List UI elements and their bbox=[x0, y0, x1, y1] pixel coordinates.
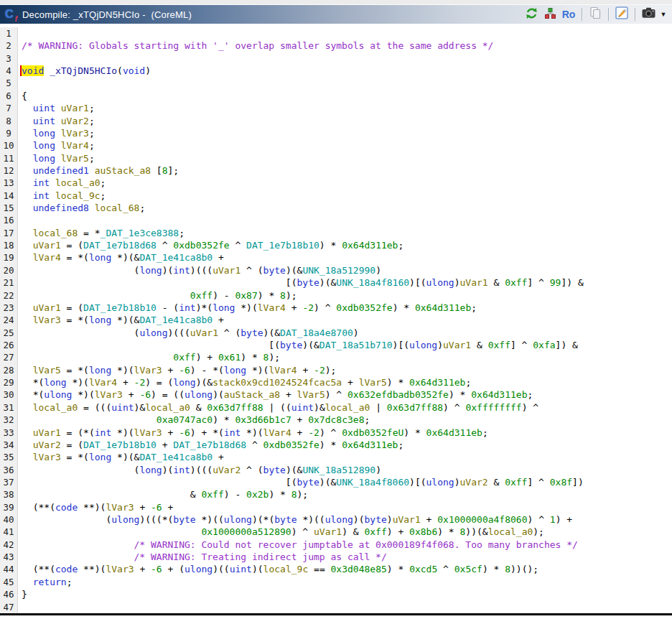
code-text[interactable]: undefined8 local_68; bbox=[18, 202, 145, 214]
code-text[interactable]: uVar2 = (DAT_1e7b18b10 + DAT_1e7b18d68 ^… bbox=[18, 439, 403, 451]
code-text[interactable]: lVar3 = *(long *)(&DAT_1e41ca8b0 + bbox=[18, 451, 224, 463]
code-line[interactable]: 42 /* WARNING: Could not recover jumptab… bbox=[0, 539, 672, 551]
edit-button[interactable] bbox=[613, 6, 630, 22]
code-line[interactable]: 9 long lVar3; bbox=[0, 127, 672, 139]
code-line[interactable]: 32 0xa0747ac0) * 0x3d66b1c7 + 0x7dc8c3e8… bbox=[0, 414, 672, 426]
code-text[interactable]: [(byte)(&UNK_18a4f8160)[(ulong)uVar1 & 0… bbox=[18, 276, 584, 289]
code-text[interactable]: uVar1 = (*(int *)(lVar3 + -6) + *(int *)… bbox=[18, 427, 488, 439]
code-text[interactable]: void _xTQjDN5HCIo(void) bbox=[18, 65, 151, 77]
code-text[interactable] bbox=[18, 27, 22, 39]
code-line[interactable]: 33 uVar1 = (*(int *)(lVar3 + -6) + *(int… bbox=[0, 427, 672, 439]
code-text[interactable]: undefined1 auStack_a8 [8]; bbox=[18, 164, 179, 177]
code-line[interactable]: 40 (ulong)(((*(byte *)((ulong)(*(byte *)… bbox=[0, 513, 672, 526]
code-text[interactable]: 0xa0747ac0) * 0x3d66b1c7 + 0x7dc8c3e8; bbox=[18, 414, 370, 426]
code-text[interactable]: } bbox=[18, 588, 27, 600]
code-text[interactable]: long lVar5; bbox=[18, 152, 95, 164]
code-line[interactable]: 47 bbox=[0, 601, 672, 613]
code-text[interactable] bbox=[18, 52, 22, 65]
code-line[interactable]: 20 (long)(int)(((uVar1 ^ (byte)(&UNK_18a… bbox=[0, 264, 672, 276]
code-line[interactable]: 37 [(byte)(&UNK_18a4f8060)[(ulong)uVar2 … bbox=[0, 476, 672, 488]
code-line[interactable]: 25 (ulong)(((uVar1 ^ (byte)(&DAT_18a4e87… bbox=[0, 327, 672, 339]
code-line[interactable]: 31 local_a0 = (((uint)&local_a0 & 0x63d7… bbox=[0, 401, 672, 414]
code-text[interactable]: uVar1 = (DAT_1e7b18b10 - (int)*(long *)(… bbox=[18, 302, 477, 314]
ro-button[interactable]: Ro bbox=[560, 6, 577, 22]
code-text[interactable]: & 0xff) - 0x2b) * 8); bbox=[18, 488, 308, 501]
code-line[interactable]: 36 (long)(int)(((uVar2 ^ (byte)(&UNK_18a… bbox=[0, 464, 672, 476]
toolbar-menu-button[interactable]: ▼ bbox=[658, 6, 668, 22]
code-line[interactable]: 41 0x1000000a512890) ^ uVar1) & 0xff) + … bbox=[0, 526, 672, 538]
code-text[interactable]: int local_a0; bbox=[18, 177, 106, 189]
code-line[interactable]: 12 undefined1 auStack_a8 [8]; bbox=[0, 164, 672, 177]
code-text[interactable]: (ulong)(((uVar1 ^ (byte)(&DAT_18a4e8700) bbox=[18, 327, 359, 339]
code-line[interactable]: 30 *(ulong *)(lVar3 + -6) = ((ulong)(auS… bbox=[0, 388, 672, 401]
code-line[interactable]: 18 uVar1 = (DAT_1e7b18d68 ^ 0xdb0352fe ^… bbox=[0, 239, 672, 251]
code-text[interactable]: /* WARNING: Globals starting with '_' ov… bbox=[18, 39, 493, 52]
code-line[interactable]: 35 lVar3 = *(long *)(&DAT_1e41ca8b0 + bbox=[0, 451, 672, 463]
code-line[interactable]: 43 /* WARNING: Treating indirect jump as… bbox=[0, 551, 672, 563]
snapshot-button[interactable] bbox=[640, 6, 657, 22]
code-text[interactable]: long lVar4; bbox=[18, 139, 95, 152]
code-line[interactable]: 13 int local_a0; bbox=[0, 177, 672, 189]
code-text[interactable]: long lVar3; bbox=[18, 127, 95, 139]
code-line[interactable]: 10 long lVar4; bbox=[0, 139, 672, 152]
code-line[interactable]: 17 local_68 = *_DAT_1e3ce8388; bbox=[0, 227, 672, 239]
refresh-button[interactable] bbox=[523, 6, 540, 22]
code-text[interactable] bbox=[18, 601, 22, 613]
code-line[interactable]: 29 *(long *)(lVar4 + -2) = (long)(&stack… bbox=[0, 376, 672, 388]
code-line[interactable]: 11 long lVar5; bbox=[0, 152, 672, 164]
code-line[interactable]: 26 [(byte)(&DAT_18a51b710)[(ulong)uVar1 … bbox=[0, 339, 672, 351]
code-text[interactable] bbox=[18, 77, 22, 89]
code-line[interactable]: 39 (**(code **)(lVar3 + -6 + bbox=[0, 501, 672, 513]
code-line[interactable]: 38 & 0xff) - 0x2b) * 8); bbox=[0, 488, 672, 501]
code-text[interactable]: *(ulong *)(lVar3 + -6) = ((ulong)(auStac… bbox=[18, 388, 533, 401]
code-line[interactable]: 4void _xTQjDN5HCIo(void) bbox=[0, 65, 672, 77]
code-line[interactable]: 6{ bbox=[0, 90, 672, 102]
code-line[interactable]: 14 int local_9c; bbox=[0, 190, 672, 202]
code-line[interactable]: 1 bbox=[0, 27, 672, 39]
code-line[interactable]: 45 return; bbox=[0, 576, 672, 588]
code-line[interactable]: 7 uint uVar1; bbox=[0, 102, 672, 114]
code-line[interactable]: 16 bbox=[0, 214, 672, 226]
code-line[interactable]: 46} bbox=[0, 588, 672, 600]
code-text[interactable]: /* WARNING: Could not recover jumptable … bbox=[18, 539, 578, 551]
copy-button[interactable] bbox=[587, 6, 604, 22]
code-line[interactable]: 44 (**(code **)(lVar3 + -6 + (ulong)((ui… bbox=[0, 563, 672, 575]
code-line[interactable]: 8 uint uVar2; bbox=[0, 115, 672, 127]
code-text[interactable]: lVar3 = *(long *)(&DAT_1e41ca8b0 + bbox=[18, 314, 224, 326]
code-text[interactable]: int local_9c; bbox=[18, 190, 106, 202]
titlebar[interactable]: Cf Decompile: _xTQjDN5HCIo - (CoreML) bbox=[0, 5, 672, 24]
code-text[interactable]: 0xff) + 0x61) * 8); bbox=[18, 351, 280, 363]
code-text[interactable]: [(byte)(&UNK_18a4f8060)[(ulong)uVar2 & 0… bbox=[18, 476, 584, 488]
code-line[interactable]: 24 lVar3 = *(long *)(&DAT_1e41ca8b0 + bbox=[0, 314, 672, 326]
code-line[interactable]: 2/* WARNING: Globals starting with '_' o… bbox=[0, 39, 672, 52]
code-text[interactable] bbox=[18, 214, 22, 226]
code-line[interactable]: 19 lVar4 = *(long *)(&DAT_1e41ca8b0 + bbox=[0, 251, 672, 264]
graph-button[interactable] bbox=[541, 6, 559, 22]
code-text[interactable]: return; bbox=[18, 576, 72, 588]
code-text[interactable]: (long)(int)(((uVar2 ^ (byte)(&UNK_18a512… bbox=[18, 464, 381, 476]
code-text[interactable]: (**(code **)(lVar3 + -6 + bbox=[18, 501, 173, 513]
code-line[interactable]: 23 uVar1 = (DAT_1e7b18b10 - (int)*(long … bbox=[0, 302, 672, 314]
code-line[interactable]: 22 0xff) - 0x87) * 8); bbox=[0, 289, 672, 302]
code-text[interactable]: (**(code **)(lVar3 + -6 + (ulong)((uint)… bbox=[18, 563, 538, 575]
code-line[interactable]: 27 0xff) + 0x61) * 8); bbox=[0, 351, 672, 363]
code-text[interactable]: uVar1 = (DAT_1e7b18d68 ^ 0xdb0352fe ^ DA… bbox=[18, 239, 403, 251]
decompiler-code-area[interactable]: 12/* WARNING: Globals starting with '_' … bbox=[0, 24, 672, 613]
code-line[interactable]: 3 bbox=[0, 52, 672, 65]
code-text[interactable]: (ulong)(((*(byte *)((ulong)(*(byte *)((u… bbox=[18, 513, 572, 526]
code-line[interactable]: 34 uVar2 = (DAT_1e7b18b10 + DAT_1e7b18d6… bbox=[0, 439, 672, 451]
code-text[interactable]: uint uVar2; bbox=[18, 115, 95, 127]
code-text[interactable]: *(long *)(lVar4 + -2) = (long)(&stack0x9… bbox=[18, 376, 471, 388]
code-text[interactable]: 0xff) - 0x87) * 8); bbox=[18, 289, 297, 302]
code-line[interactable]: 28 lVar5 = *(long *)(lVar3 + -6) - *(lon… bbox=[0, 364, 672, 376]
code-text[interactable]: uint uVar1; bbox=[18, 102, 95, 114]
code-text[interactable]: { bbox=[18, 90, 27, 102]
code-text[interactable]: /* WARNING: Treating indirect jump as ca… bbox=[18, 551, 387, 563]
code-line[interactable]: 15 undefined8 local_68; bbox=[0, 202, 672, 214]
code-text[interactable]: [(byte)(&DAT_18a51b710)[(ulong)uVar1 & 0… bbox=[18, 339, 578, 351]
code-text[interactable]: 0x1000000a512890) ^ uVar1) & 0xff) + 0x8… bbox=[18, 526, 544, 538]
code-text[interactable]: lVar5 = *(long *)(lVar3 + -6) - *(long *… bbox=[18, 364, 336, 376]
code-text[interactable]: local_68 = *_DAT_1e3ce8388; bbox=[18, 227, 185, 239]
code-line[interactable]: 5 bbox=[0, 77, 672, 89]
code-text[interactable]: lVar4 = *(long *)(&DAT_1e41ca8b0 + bbox=[18, 251, 224, 264]
